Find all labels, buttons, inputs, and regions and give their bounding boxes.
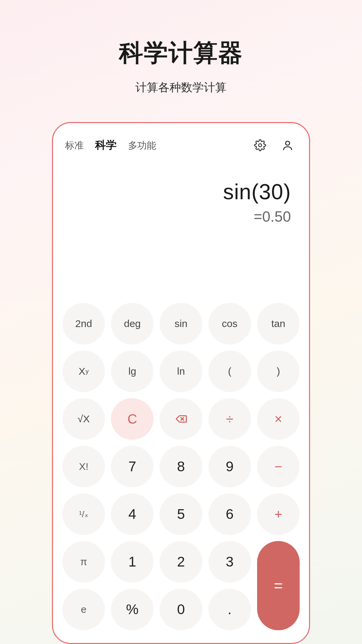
page-subtitle: 计算各种数学计算: [135, 80, 227, 95]
key-x-pow-y[interactable]: Xy: [62, 351, 105, 392]
key-lparen[interactable]: (: [208, 351, 251, 392]
key-factorial[interactable]: X!: [62, 446, 105, 487]
key-reciprocal-label: ¹/ₓ: [79, 509, 88, 520]
key-ln[interactable]: ln: [160, 351, 202, 392]
key-6[interactable]: 6: [208, 493, 251, 535]
key-deg[interactable]: deg: [111, 303, 154, 344]
key-7[interactable]: 7: [111, 446, 154, 487]
tab-bar: 标准 科学 多功能: [53, 123, 309, 153]
page-title: 科学计算器: [119, 37, 243, 69]
key-xy-base: X: [79, 366, 85, 377]
calculator-display: sin(30) =0.50: [53, 153, 309, 228]
key-2nd[interactable]: 2nd: [62, 303, 105, 344]
tab-standard[interactable]: 标准: [65, 139, 84, 152]
key-lg[interactable]: lg: [111, 351, 154, 392]
key-clear[interactable]: C: [111, 398, 154, 440]
key-reciprocal[interactable]: ¹/ₓ: [62, 493, 105, 535]
key-equals[interactable]: =: [257, 541, 300, 630]
key-xy-exp: y: [86, 368, 89, 375]
display-expression: sin(30): [71, 179, 291, 204]
key-3[interactable]: 3: [208, 541, 251, 583]
tab-multifunction[interactable]: 多功能: [128, 139, 156, 152]
display-result: =0.50: [71, 208, 291, 225]
key-rparen[interactable]: ): [257, 351, 300, 392]
key-divide[interactable]: ÷: [208, 398, 251, 440]
tabs: 标准 科学 多功能: [65, 138, 156, 153]
key-cos[interactable]: cos: [208, 303, 251, 344]
tabbar-actions: [253, 139, 297, 152]
key-plus[interactable]: +: [257, 493, 300, 535]
profile-button[interactable]: [281, 139, 294, 152]
key-4[interactable]: 4: [111, 493, 154, 535]
settings-button[interactable]: [253, 139, 267, 152]
backspace-icon: [175, 413, 187, 425]
tab-scientific[interactable]: 科学: [95, 138, 117, 153]
key-backspace[interactable]: [160, 398, 202, 440]
key-minus[interactable]: −: [257, 446, 300, 487]
key-multiply[interactable]: ×: [257, 398, 300, 440]
keypad: 2nd deg sin cos tan Xy lg ln ( ) √X C ÷ …: [53, 303, 309, 634]
key-5[interactable]: 5: [160, 493, 202, 535]
key-tan[interactable]: tan: [257, 303, 300, 344]
key-sin[interactable]: sin: [160, 303, 202, 344]
key-percent[interactable]: %: [111, 589, 154, 630]
phone-frame: 标准 科学 多功能 sin(30) =0.50 2nd: [52, 122, 310, 644]
gear-icon: [254, 139, 266, 151]
key-dot[interactable]: .: [208, 589, 251, 630]
key-1[interactable]: 1: [111, 541, 154, 583]
key-8[interactable]: 8: [160, 446, 202, 487]
key-2[interactable]: 2: [160, 541, 202, 583]
svg-point-1: [286, 141, 290, 145]
person-icon: [282, 139, 294, 151]
svg-point-0: [259, 144, 262, 147]
key-e[interactable]: e: [62, 589, 105, 630]
key-0[interactable]: 0: [160, 589, 202, 630]
key-sqrt[interactable]: √X: [62, 398, 105, 440]
key-9[interactable]: 9: [208, 446, 251, 487]
key-pi[interactable]: π: [62, 541, 105, 583]
